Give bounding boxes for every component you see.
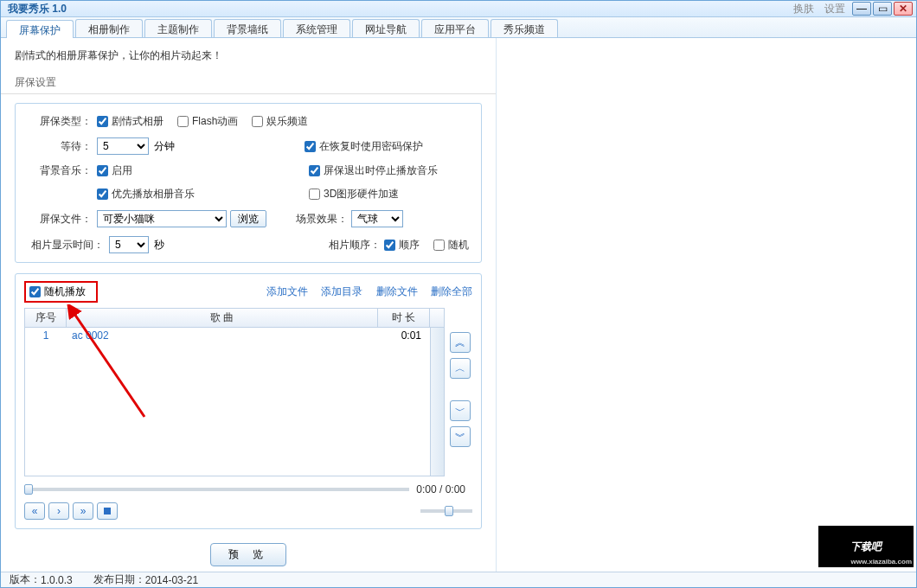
hw3d-label: 3D图形硬件加速 [324, 187, 455, 201]
close-button[interactable]: ✕ [894, 2, 913, 16]
preview-button[interactable]: 预 览 [210, 543, 285, 566]
wait-unit: 分钟 [154, 139, 175, 154]
pw-check[interactable] [305, 141, 316, 152]
tab-wallpaper[interactable]: 背景墙纸 [214, 19, 281, 37]
progress-slider[interactable] [24, 488, 409, 491]
volume-thumb[interactable] [445, 506, 453, 516]
move-top-button[interactable]: ︽ [450, 332, 471, 353]
date-label: 发布日期： [93, 572, 145, 587]
progress-thumb[interactable] [24, 484, 33, 495]
playlist-group: 随机播放 添加文件 添加目录 删除文件 删除全部 序号 歌 曲 时 长 [15, 273, 482, 529]
type-drama-label: 剧情式相册 [112, 114, 164, 129]
title-bar: 我要秀乐 1.0 换肤 设置 — ▭ ✕ [1, 1, 916, 17]
section-header: 屏保设置 [1, 72, 496, 94]
del-all-link[interactable]: 删除全部 [431, 285, 472, 297]
watermark-text: 下载吧 [850, 540, 882, 554]
order-rand-label: 随机 [448, 238, 469, 252]
scene-select[interactable]: 气球 [351, 210, 403, 227]
playlist-table: 序号 歌 曲 时 长 1 ac 0002 0:01 [24, 308, 445, 476]
scrollbar[interactable] [430, 328, 444, 476]
tab-theme[interactable]: 主题制作 [144, 19, 212, 37]
add-dir-link[interactable]: 添加目录 [321, 285, 362, 297]
watermark: 下载吧 www.xiazaiba.com [818, 526, 914, 567]
cell-dur: 0:01 [378, 329, 430, 342]
random-highlight: 随机播放 [24, 281, 98, 303]
bgm-stop-label: 屏保退出时停止播放音乐 [324, 163, 455, 178]
main-tabs: 屏幕保护 相册制作 主题制作 背景墙纸 系统管理 网址导航 应用平台 秀乐频道 [1, 17, 916, 38]
next-icon: » [80, 505, 87, 517]
reorder-buttons: ︽ ︿ ﹀ ︾ [450, 308, 472, 476]
col-dur[interactable]: 时 长 [378, 309, 430, 327]
type-entertain-label: 娱乐频道 [266, 114, 308, 129]
app-window: 我要秀乐 1.0 换肤 设置 — ▭ ✕ 屏幕保护 相册制作 主题制作 背景墙纸… [0, 0, 917, 588]
next-button[interactable]: » [73, 502, 93, 520]
up-icon: ︿ [455, 361, 465, 376]
wait-label: 等待： [28, 139, 92, 154]
tab-platform[interactable]: 应用平台 [421, 19, 489, 37]
type-drama-check[interactable] [97, 116, 108, 127]
play-icon: › [57, 505, 61, 517]
photo-time-label: 相片显示时间： [28, 238, 104, 252]
window-title: 我要秀乐 1.0 [4, 2, 788, 16]
prev-icon: « [32, 505, 38, 517]
tab-system[interactable]: 系统管理 [283, 19, 350, 37]
move-down-button[interactable]: ﹀ [450, 400, 471, 421]
bgm-enable-label: 启用 [112, 163, 132, 178]
intro-text: 剧情式的相册屏幕保护，让你的相片动起来！ [1, 38, 496, 72]
random-label: 随机播放 [44, 284, 86, 299]
tab-album[interactable]: 相册制作 [75, 19, 143, 37]
left-panel: 剧情式的相册屏幕保护，让你的相片动起来！ 屏保设置 屏保类型： 剧情式相册 Fl… [1, 38, 497, 572]
double-up-icon: ︽ [455, 336, 465, 350]
photo-time-select[interactable]: 5 [109, 236, 149, 253]
type-entertain-check[interactable] [252, 116, 263, 127]
version-label: 版本： [10, 572, 41, 587]
tab-nav[interactable]: 网址导航 [352, 19, 420, 37]
type-label: 屏保类型： [28, 114, 92, 129]
file-label: 屏保文件： [28, 212, 92, 227]
skin-link[interactable]: 换肤 [793, 2, 814, 16]
play-button[interactable]: › [48, 502, 69, 520]
minimize-button[interactable]: — [852, 2, 871, 16]
time-display: 0:00 / 0:00 [416, 483, 465, 495]
cell-num: 1 [25, 329, 67, 342]
hw3d-check[interactable] [309, 189, 320, 200]
wait-select[interactable]: 5 [97, 137, 149, 155]
table-row[interactable]: 1 ac 0002 0:01 [25, 328, 444, 343]
version-value: 1.0.0.3 [41, 574, 73, 586]
right-panel [497, 38, 916, 572]
tab-channel[interactable]: 秀乐频道 [491, 19, 558, 37]
file-select[interactable]: 可爱小猫咪 [97, 210, 227, 227]
prev-button[interactable]: « [24, 502, 45, 520]
settings-group: 屏保类型： 剧情式相册 Flash动画 娱乐频道 等待： 5 分钟 在恢复时使用… [15, 103, 482, 263]
col-num[interactable]: 序号 [25, 309, 67, 327]
watermark-url: www.xiazaiba.com [851, 558, 912, 566]
col-song[interactable]: 歌 曲 [67, 309, 378, 327]
photo-time-unit: 秒 [154, 238, 164, 252]
type-flash-label: Flash动画 [192, 114, 238, 129]
double-down-icon: ︾ [455, 430, 465, 444]
del-file-link[interactable]: 删除文件 [376, 285, 418, 297]
order-label: 相片顺序： [327, 238, 381, 252]
settings-link[interactable]: 设置 [824, 2, 845, 16]
move-bottom-button[interactable]: ︾ [450, 426, 471, 447]
cell-song: ac 0002 [67, 329, 378, 342]
maximize-button[interactable]: ▭ [873, 2, 892, 16]
bgm-enable-check[interactable] [97, 165, 108, 176]
bgm-prior-check[interactable] [97, 189, 108, 200]
random-check[interactable] [29, 286, 41, 297]
order-seq-label: 顺序 [399, 238, 420, 252]
content-area: 剧情式的相册屏幕保护，让你的相片动起来！ 屏保设置 屏保类型： 剧情式相册 Fl… [1, 38, 916, 572]
tab-screensaver[interactable]: 屏幕保护 [6, 20, 74, 38]
browse-button[interactable]: 浏览 [230, 210, 266, 227]
date-value: 2014-03-21 [145, 574, 198, 586]
add-file-link[interactable]: 添加文件 [266, 285, 308, 297]
volume-slider[interactable] [420, 509, 472, 513]
status-bar: 版本： 1.0.0.3 发布日期： 2014-03-21 [1, 572, 916, 587]
pw-label: 在恢复时使用密码保护 [319, 139, 423, 154]
type-flash-check[interactable] [177, 116, 189, 127]
stop-button[interactable] [97, 502, 118, 520]
move-up-button[interactable]: ︿ [450, 358, 471, 379]
bgm-stop-check[interactable] [309, 165, 320, 176]
order-rand-check[interactable] [433, 240, 445, 251]
order-seq-check[interactable] [384, 240, 395, 251]
